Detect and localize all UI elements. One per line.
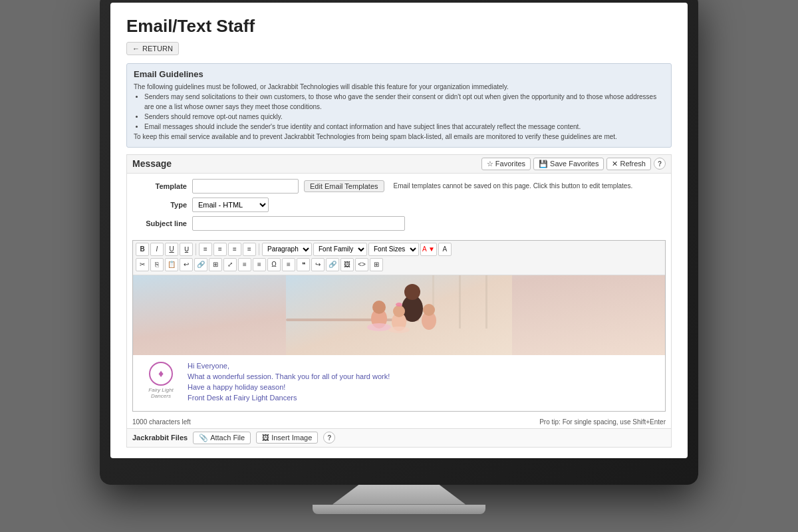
toolbar-help-button[interactable]: ? bbox=[654, 158, 666, 170]
rte-toolbar-row-1: B I U U̲ ≡ ≡ ≡ ≡ Pa bbox=[136, 243, 662, 256]
jackrabbit-files-label: Jackrabbit Files bbox=[132, 434, 188, 442]
list-ordered-button[interactable]: ≡ bbox=[238, 258, 251, 271]
x-icon: ✕ bbox=[612, 160, 618, 168]
svg-point-14 bbox=[367, 323, 391, 331]
rte-toolbar-row-2: ✂ ⎘ 📋 ↩ 🔗 ⊞ ⤢ ≡ ≡ Ω ≡ bbox=[136, 258, 662, 271]
bold-button[interactable]: B bbox=[136, 243, 149, 256]
align-right-button[interactable]: ≡ bbox=[228, 243, 241, 256]
guideline-item-1: Senders may send solicitations to their … bbox=[144, 92, 664, 112]
resize-button[interactable]: ⤢ bbox=[223, 258, 237, 271]
image-button[interactable]: 🖼 bbox=[340, 258, 354, 271]
guideline-intro: The following guidelines must be followe… bbox=[134, 82, 664, 92]
message-header: Message ☆ Favorites 💾 Save Favorites bbox=[127, 155, 671, 174]
email-greeting: Hi Everyone, bbox=[188, 362, 657, 370]
svg-point-11 bbox=[396, 303, 402, 307]
insert-image-label: Insert Image bbox=[271, 434, 312, 442]
message-section-title: Message bbox=[132, 158, 172, 169]
char-count: 1000 characters left bbox=[132, 418, 191, 426]
refresh-button[interactable]: ✕ Refresh bbox=[606, 158, 651, 170]
save-icon: 💾 bbox=[539, 160, 548, 168]
undo-button[interactable]: ↩ bbox=[180, 258, 193, 271]
align-left-button[interactable]: ≡ bbox=[199, 243, 212, 256]
indent-button[interactable]: ≡ bbox=[282, 258, 295, 271]
code-button[interactable]: <> bbox=[355, 258, 368, 271]
insert-image-button[interactable]: 🖼 Insert Image bbox=[256, 432, 318, 444]
type-row: Type Email - HTML Email - Plain Text Tex… bbox=[132, 198, 666, 212]
template-note: Email templates cannot be saved on this … bbox=[394, 182, 633, 190]
redo-button[interactable]: ↪ bbox=[311, 258, 325, 271]
guideline-footer: To keep this email service available and… bbox=[134, 132, 664, 142]
font-color-button[interactable]: A ▼ bbox=[420, 243, 437, 256]
toolbar-separator-2 bbox=[259, 243, 259, 255]
italic-button[interactable]: I bbox=[150, 243, 164, 256]
cut-button[interactable]: ✂ bbox=[136, 258, 149, 271]
logo-company-name: Fairy Light Dancers bbox=[141, 387, 181, 400]
type-label: Type bbox=[132, 201, 192, 209]
arrow-icon: ← bbox=[132, 45, 140, 53]
toolbar-separator-1 bbox=[196, 243, 196, 255]
paragraph-select[interactable]: Paragraph bbox=[262, 243, 312, 256]
link-button[interactable]: 🔗 bbox=[326, 258, 339, 271]
template-label: Template bbox=[132, 182, 192, 190]
email-photo-header bbox=[133, 275, 665, 355]
logo-dancer-icon: ♦ bbox=[158, 368, 164, 380]
logo-circle: ♦ bbox=[149, 362, 173, 386]
blockquote-button[interactable]: ❝ bbox=[297, 258, 310, 271]
toolbar-buttons: ☆ Favorites 💾 Save Favorites ✕ Refresh bbox=[481, 158, 666, 170]
app-content: Email/Text Staff ← RETURN Email Guidelin… bbox=[110, 3, 688, 458]
source-button[interactable]: 🔗 bbox=[194, 258, 207, 271]
email-body-content: ♦ Fairy Light Dancers Hi Everyone, bbox=[133, 355, 665, 411]
favorites-label: Favorites bbox=[495, 160, 525, 168]
highlight-color-button[interactable]: A bbox=[438, 243, 452, 256]
template-input[interactable] bbox=[192, 179, 299, 194]
strikethrough-button[interactable]: U̲ bbox=[180, 243, 193, 256]
guideline-item-2: Senders should remove opt-out names quic… bbox=[144, 112, 664, 122]
email-line-3: Front Desk at Fairy Light Dancers bbox=[188, 394, 657, 402]
favorites-button[interactable]: ☆ Favorites bbox=[481, 158, 531, 170]
svg-point-8 bbox=[372, 301, 386, 314]
files-question-icon: ? bbox=[327, 434, 331, 442]
align-center-button[interactable]: ≡ bbox=[213, 243, 227, 256]
email-preview: ♦ Fairy Light Dancers Hi Everyone, bbox=[133, 275, 665, 411]
table-button[interactable]: ⊞ bbox=[209, 258, 222, 271]
align-justify-button[interactable]: ≡ bbox=[243, 243, 256, 256]
pro-tip: Pro tip: For single spacing, use Shift+E… bbox=[539, 418, 666, 426]
refresh-label: Refresh bbox=[620, 160, 646, 168]
star-icon: ☆ bbox=[487, 160, 493, 168]
subject-input[interactable] bbox=[192, 216, 405, 231]
font-family-select[interactable]: Font Family bbox=[313, 243, 367, 256]
special-char-button[interactable]: Ω bbox=[267, 258, 281, 271]
svg-point-13 bbox=[423, 304, 435, 316]
rte-body[interactable]: ♦ Fairy Light Dancers Hi Everyone, bbox=[133, 275, 665, 411]
company-logo: ♦ Fairy Light Dancers bbox=[141, 362, 181, 400]
attach-file-button[interactable]: 📎 Attach File bbox=[193, 432, 251, 444]
save-favorites-label: Save Favorites bbox=[550, 160, 598, 168]
svg-rect-1 bbox=[459, 275, 461, 329]
copy-button[interactable]: ⎘ bbox=[150, 258, 164, 271]
monitor-wrapper: Email/Text Staff ← RETURN Email Guidelin… bbox=[100, 0, 698, 514]
svg-point-10 bbox=[393, 305, 405, 317]
email-body-text: Hi Everyone, What a wonderful session. T… bbox=[188, 362, 657, 404]
underline-button[interactable]: U bbox=[165, 243, 178, 256]
image-icon: 🖼 bbox=[262, 434, 269, 442]
font-size-select[interactable]: Font Sizes bbox=[368, 243, 419, 256]
grid-button[interactable]: ⊞ bbox=[370, 258, 383, 271]
rte-toolbar: B I U U̲ ≡ ≡ ≡ ≡ Pa bbox=[133, 241, 665, 275]
files-help-button[interactable]: ? bbox=[323, 432, 335, 444]
form-area: Template Edit Email Templates Email temp… bbox=[127, 174, 671, 240]
svg-point-6 bbox=[404, 284, 420, 300]
guideline-item-3: Email messages should include the sender… bbox=[144, 122, 664, 132]
edit-templates-button[interactable]: Edit Email Templates bbox=[304, 180, 384, 192]
return-button[interactable]: ← RETURN bbox=[126, 42, 179, 55]
jackrabbit-files-row: Jackrabbit Files 📎 Attach File 🖼 Insert … bbox=[127, 428, 671, 447]
message-section: Message ☆ Favorites 💾 Save Favorites bbox=[126, 154, 672, 448]
photo-svg bbox=[133, 275, 665, 355]
type-select[interactable]: Email - HTML Email - Plain Text Text Mes… bbox=[192, 198, 269, 212]
list-unordered-button[interactable]: ≡ bbox=[253, 258, 266, 271]
paste-button[interactable]: 📋 bbox=[165, 258, 178, 271]
rich-text-editor: B I U U̲ ≡ ≡ ≡ ≡ Pa bbox=[132, 240, 666, 412]
monitor-bezel: Email/Text Staff ← RETURN Email Guidelin… bbox=[100, 0, 698, 485]
monitor-stand bbox=[332, 485, 466, 505]
guidelines-title: Email Guidelines bbox=[134, 69, 664, 79]
save-favorites-button[interactable]: 💾 Save Favorites bbox=[533, 158, 604, 170]
